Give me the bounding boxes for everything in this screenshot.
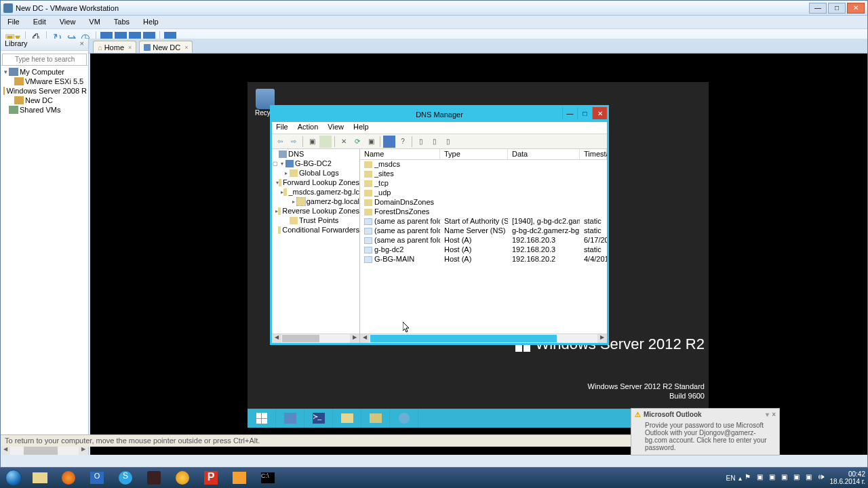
minimize-button[interactable]: —: [809, 3, 827, 14]
tab-close-icon[interactable]: ×: [184, 44, 188, 51]
maximize-button[interactable]: □: [828, 3, 846, 14]
dns-record-row[interactable]: G-BG-MAIN Host (A) 192.168.20.2 4/4/2014…: [360, 255, 607, 264]
show-hide-icon[interactable]: [319, 136, 332, 148]
dns-record-row[interactable]: ForestDnsZones: [360, 207, 607, 217]
dns-record-row[interactable]: _msdcs: [360, 160, 607, 169]
dns-titlebar[interactable]: DNS Manager — □ ✕: [272, 107, 607, 122]
dns-record-row[interactable]: (same as parent folder) Host (A) 192.168…: [360, 236, 607, 245]
outlook-icon[interactable]: O: [83, 469, 111, 487]
menu-edit[interactable]: Edit: [31, 17, 49, 27]
vmware-title-text: New DC - VMware Workstation: [16, 4, 119, 12]
dns-record-row[interactable]: _udp: [360, 188, 607, 198]
filter2-icon[interactable]: ▯: [429, 136, 441, 148]
dns-record-row[interactable]: DomainDnsZones: [360, 198, 607, 207]
tray-icon[interactable]: ▣: [806, 473, 815, 483]
properties-icon[interactable]: [383, 136, 395, 148]
tray-icon[interactable]: ▣: [781, 473, 791, 483]
host-taskbar[interactable]: O S P C:\ EN ▴ ⚑ ▣ ▣ ▣ ▣ ▣ 🕪 00:4218.6.2…: [0, 468, 868, 488]
vmware-menubar[interactable]: FileEditViewVMTabsHelp: [1, 16, 867, 29]
dns-record-row[interactable]: (same as parent folder) Name Server (NS)…: [360, 226, 607, 236]
tab-new-dc[interactable]: New DC×: [139, 41, 193, 53]
app-orange-icon[interactable]: [169, 469, 196, 487]
dns-record-row[interactable]: g-bg-dc2 Host (A) 192.168.20.3 static: [360, 245, 607, 255]
vmware-statusbar: To return to your computer, move the mou…: [1, 434, 664, 447]
menu-tabs[interactable]: Tabs: [111, 17, 132, 27]
skype-icon[interactable]: S: [112, 469, 139, 487]
dns-record-list[interactable]: NameTypeDataTimestam _msdcs _sites _tcp …: [360, 149, 607, 343]
help-icon[interactable]: ?: [397, 136, 409, 148]
tray-icon[interactable]: 🕪: [818, 473, 827, 483]
library-hscroll[interactable]: ◀▶: [1, 445, 88, 455]
dns-menubar[interactable]: FileActionViewHelp: [272, 122, 607, 134]
lang-indicator[interactable]: EN: [726, 474, 736, 482]
up-icon[interactable]: ▣: [306, 136, 318, 148]
host-tray[interactable]: EN ▴ ⚑ ▣ ▣ ▣ ▣ ▣ 🕪 00:4218.6.2014 г.: [726, 470, 865, 485]
explorer-icon[interactable]: [26, 469, 54, 487]
dns-record-row[interactable]: _sites: [360, 169, 607, 179]
dns-icon[interactable]: [390, 409, 418, 428]
dns-record-row[interactable]: (same as parent folder) Start of Authori…: [360, 217, 607, 226]
tray-icon[interactable]: ▣: [793, 473, 803, 483]
tab-home[interactable]: ⌂Home×: [93, 41, 136, 53]
windows-build-info: Windows Server 2012 R2 Standard Build 96…: [588, 382, 705, 401]
guest-viewport[interactable]: Recycl Windows Server 2012 R2 Windows Se…: [90, 54, 867, 455]
menu-vm[interactable]: VM: [86, 17, 103, 27]
warning-icon: ⚠: [635, 411, 641, 418]
library-close-icon[interactable]: ×: [80, 39, 84, 49]
dns-menu-help[interactable]: Help: [353, 123, 369, 133]
store-icon[interactable]: [361, 409, 390, 428]
explorer-icon[interactable]: [333, 409, 361, 428]
dns-tree-hscroll[interactable]: ◀▶: [272, 333, 359, 343]
library-search-input[interactable]: [2, 54, 87, 66]
dns-menu-file[interactable]: File: [276, 123, 288, 133]
guest-desktop[interactable]: Recycl Windows Server 2012 R2 Windows Se…: [248, 82, 709, 428]
dns-minimize-button[interactable]: —: [562, 107, 577, 119]
column-data[interactable]: Data: [508, 149, 580, 159]
powershell-icon[interactable]: ≻_: [304, 409, 333, 428]
dns-menu-view[interactable]: View: [328, 123, 344, 133]
dns-tree[interactable]: DNS ▢▾G-BG-DC2 ▸Global Logs ▾Forward Loo…: [272, 149, 360, 343]
dns-list-hscroll[interactable]: ◀▶: [360, 333, 607, 343]
forward-icon[interactable]: ⇨: [288, 136, 300, 148]
dns-toolbar[interactable]: ⇦ ⇨ ▣ ✕ ⟳ ▣ ? ▯ ▯ ▯: [272, 134, 607, 149]
library-panel: Library × ▾My Computer VMware ESXi 5.5 W…: [1, 39, 89, 455]
tray-icon[interactable]: ⚑: [745, 473, 754, 483]
vmware-window: New DC - VMware Workstation — □ ✕ FileEd…: [0, 0, 868, 468]
dns-record-row[interactable]: _tcp: [360, 179, 607, 188]
column-timestam[interactable]: Timestam: [580, 149, 607, 159]
firefox-icon[interactable]: [55, 469, 82, 487]
refresh-icon[interactable]: ⟳: [351, 136, 363, 148]
host-clock[interactable]: 00:4218.6.2014 г.: [830, 470, 865, 485]
vmware-titlebar[interactable]: New DC - VMware Workstation — □ ✕: [1, 1, 867, 16]
library-tree[interactable]: ▾My Computer VMware ESXi 5.5 Windows Ser…: [1, 66, 88, 116]
export-icon[interactable]: ▣: [365, 136, 377, 148]
dns-manager-window[interactable]: DNS Manager — □ ✕ FileActionViewHelp ⇦ ⇨…: [270, 105, 609, 345]
vm-tabstrip[interactable]: ⌂Home×New DC×: [89, 39, 867, 54]
filter3-icon[interactable]: ▯: [442, 136, 454, 148]
tray-icon[interactable]: ▣: [769, 473, 778, 483]
tab-close-icon[interactable]: ×: [128, 44, 132, 51]
filter1-icon[interactable]: ▯: [415, 136, 427, 148]
notif-close-icon[interactable]: ×: [772, 411, 776, 418]
dns-maximize-button[interactable]: □: [577, 107, 592, 119]
column-name[interactable]: Name: [360, 149, 440, 159]
delete-icon[interactable]: ✕: [338, 136, 350, 148]
guest-start-button[interactable]: [248, 409, 276, 428]
host-start-button[interactable]: [1, 468, 26, 487]
tray-icon[interactable]: ▣: [757, 473, 766, 483]
menu-help[interactable]: Help: [140, 17, 161, 27]
close-button[interactable]: ✕: [847, 3, 865, 14]
dns-menu-action[interactable]: Action: [298, 123, 319, 133]
notif-dropdown-icon[interactable]: ▾: [766, 411, 769, 418]
office-icon[interactable]: [226, 469, 253, 487]
back-icon[interactable]: ⇦: [274, 136, 286, 148]
menu-file[interactable]: File: [5, 17, 22, 27]
outlook-notification[interactable]: ⚠ Microsoft Outlook ▾ × Provide your pas…: [631, 408, 780, 455]
p-icon[interactable]: P: [197, 469, 224, 487]
app-dark-icon[interactable]: [140, 469, 167, 487]
column-type[interactable]: Type: [440, 149, 508, 159]
menu-view[interactable]: View: [57, 17, 79, 27]
server-manager-icon[interactable]: [276, 409, 304, 428]
dns-close-button[interactable]: ✕: [592, 107, 607, 119]
cmd-icon[interactable]: C:\: [254, 469, 281, 487]
